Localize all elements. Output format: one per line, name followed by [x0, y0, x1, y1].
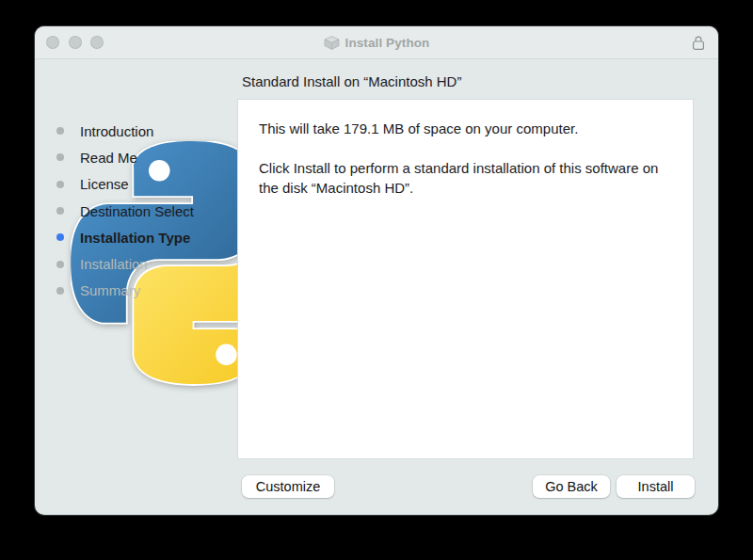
step-installation: Installation: [56, 250, 194, 277]
step-read-me: Read Me: [56, 144, 194, 170]
installer-window: Install Python: [35, 26, 718, 515]
lock-icon: [692, 35, 705, 51]
step-bullet-icon: [56, 287, 64, 295]
install-steps: Introduction Read Me License Destination…: [56, 118, 194, 304]
customize-button[interactable]: Customize: [242, 475, 334, 498]
window-title: Install Python: [345, 36, 430, 50]
pane-title: Standard Install on “Macintosh HD”: [242, 73, 461, 89]
step-summary: Summary: [56, 278, 194, 304]
install-instructions-text: Click Install to perform a standard inst…: [259, 158, 672, 198]
window-title-group: Install Python: [35, 26, 718, 58]
close-button[interactable]: [46, 36, 59, 49]
step-introduction: Introduction: [56, 118, 194, 144]
step-bullet-icon: [56, 153, 64, 161]
step-license: License: [56, 171, 194, 198]
titlebar[interactable]: Install Python: [35, 26, 718, 59]
content-panel: This will take 179.1 MB of space on your…: [237, 99, 694, 459]
step-bullet-icon: [56, 207, 64, 215]
step-label: Read Me: [80, 150, 137, 166]
step-bullet-icon: [56, 261, 64, 268]
space-required-text: This will take 179.1 MB of space on your…: [259, 119, 672, 138]
step-bullet-icon: [56, 181, 64, 188]
step-label: Destination Select: [80, 203, 194, 219]
step-installation-type: Installation Type: [56, 224, 194, 250]
step-label: Summary: [80, 282, 140, 298]
screen-background: Install Python: [0, 0, 753, 560]
go-back-button[interactable]: Go Back: [533, 475, 610, 498]
step-label: Introduction: [80, 123, 153, 139]
step-destination-select: Destination Select: [56, 198, 194, 224]
zoom-button[interactable]: [90, 36, 104, 49]
step-label: License: [80, 176, 129, 192]
minimize-button[interactable]: [69, 36, 82, 49]
installer-package-icon: [324, 36, 340, 50]
traffic-lights: [46, 36, 104, 49]
step-label: Installation Type: [80, 230, 190, 246]
current-step-bullet-icon: [56, 233, 64, 241]
step-label: Installation: [80, 256, 148, 272]
install-button[interactable]: Install: [617, 475, 695, 498]
step-bullet-icon: [56, 127, 64, 135]
